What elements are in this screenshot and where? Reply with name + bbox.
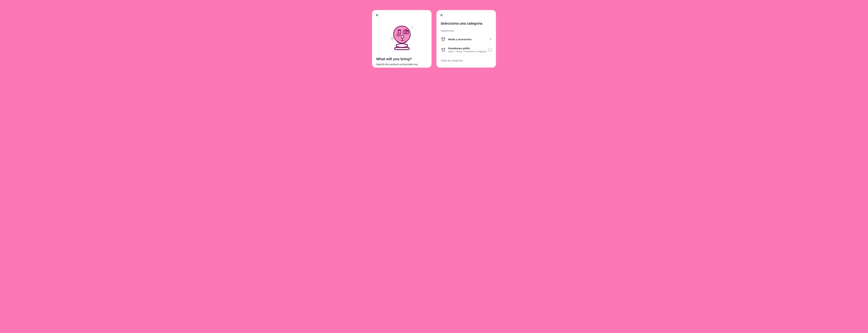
all-categories-label: Todas las categorías [441, 59, 492, 62]
onboarding-card: What will you bring? Specify the product… [372, 10, 432, 68]
tshirt-icon [441, 37, 446, 42]
radio-button[interactable] [488, 67, 492, 68]
close-icon [440, 13, 443, 16]
close-button[interactable] [375, 13, 379, 17]
close-icon [375, 13, 379, 16]
suggestions-label: Sugerencias [441, 29, 492, 32]
radio-button[interactable] [488, 48, 492, 52]
crystal-ball-icon [384, 21, 419, 55]
onboarding-subtitle: Specify the product and provide any [376, 62, 427, 66]
category-item-cars[interactable]: Coches [441, 64, 492, 68]
suggestion-item-skinny-pants[interactable]: Pantalones pitillo Mujer > Ropa > Pantal… [441, 44, 492, 55]
close-button[interactable] [439, 13, 443, 17]
category-picker-card: Selecciona una categoria Sugerencias Mod… [436, 10, 496, 68]
crystal-ball-illustration [372, 21, 432, 55]
onboarding-text: What will you bring? Specify the product… [372, 57, 432, 66]
item-breadcrumb: Mujer > Ropa > Pantalones y leggings [448, 50, 488, 53]
onboarding-title: What will you bring? [376, 57, 427, 61]
item-label: Pantalones pitillo [448, 47, 488, 50]
suggestion-item-fashion[interactable]: Moda y accesorios [441, 34, 492, 44]
svg-rect-8 [395, 47, 409, 49]
picker-title: Selecciona una categoria [441, 22, 492, 26]
tshirt-icon [441, 47, 446, 53]
item-label: Moda y accesorios [448, 38, 489, 41]
car-icon [441, 66, 446, 68]
svg-point-6 [407, 31, 408, 31]
chevron-right-icon [489, 38, 492, 40]
